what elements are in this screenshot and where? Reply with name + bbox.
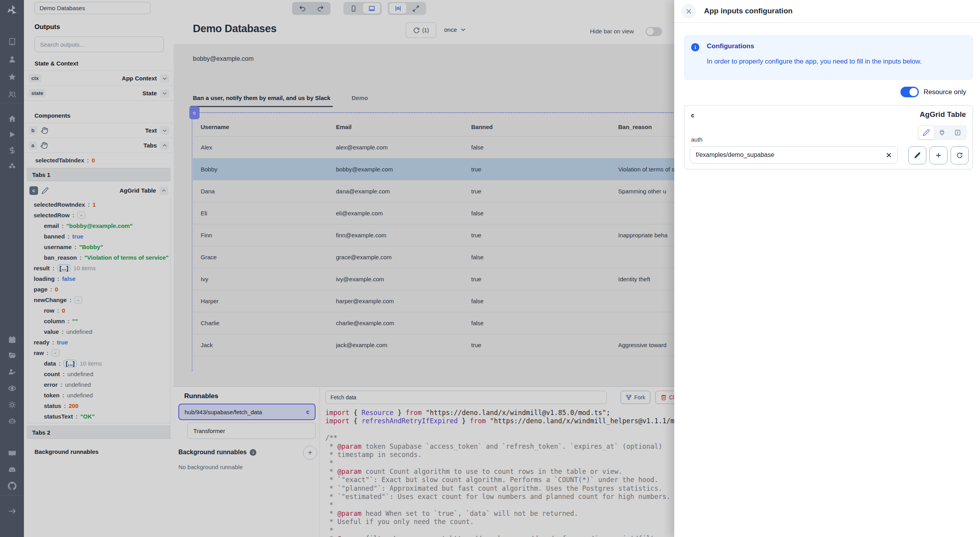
tabs1-section-header[interactable]: Tabs 1 — [27, 168, 171, 181]
workers-icon[interactable] — [8, 368, 16, 376]
robot-icon[interactable] — [8, 416, 16, 425]
column-header[interactable]: Username — [193, 124, 336, 130]
output-property-row[interactable]: selectedRow : - — [28, 210, 170, 220]
app-tabbar: Ban a user, notify them by email, and us… — [191, 91, 370, 107]
prop-value: - — [51, 349, 60, 357]
calendar-icon[interactable] — [8, 335, 16, 344]
refresh-button[interactable]: (1) — [406, 22, 436, 38]
refresh-icon — [413, 27, 420, 34]
output-property-row[interactable]: email : "bobby@example.com" — [28, 220, 170, 231]
component-config-box: c AgGrid Table auth — [684, 105, 973, 169]
chevron-down-icon[interactable] — [160, 89, 169, 98]
smartphone-icon[interactable] — [345, 3, 362, 14]
output-property-row[interactable]: column : "" — [28, 316, 170, 326]
tabs2-section-header[interactable]: Tabs 2 — [27, 426, 171, 439]
resource-only-toggle[interactable] — [900, 87, 919, 97]
user-icon[interactable] — [8, 55, 16, 64]
fork-button[interactable]: Fork — [621, 391, 650, 404]
column-header[interactable]: Email — [336, 124, 471, 130]
configurations-info-box: i Configurations In order to properly co… — [684, 35, 973, 80]
app-title-input[interactable] — [34, 2, 151, 14]
add-background-runnable-button[interactable]: + — [303, 446, 317, 460]
cell-email: harper@example.com — [336, 298, 471, 304]
refresh-mode-select[interactable]: once — [444, 26, 466, 33]
outputs-title: Outputs — [34, 23, 60, 31]
github-icon[interactable] — [8, 482, 16, 490]
output-property-row[interactable]: status : 200 — [28, 400, 170, 411]
app-tab[interactable]: Ban a user, notify them by email, and us… — [191, 91, 333, 107]
users-icon[interactable] — [8, 90, 16, 99]
app-tab[interactable]: Demo — [349, 91, 370, 107]
selected-component-badge[interactable]: c — [189, 106, 200, 119]
output-node-row[interactable]: state State — [24, 86, 174, 101]
output-property-row[interactable]: ready : true — [28, 337, 170, 348]
home-icon[interactable] — [8, 115, 16, 123]
maximize-icon[interactable] — [407, 3, 425, 14]
connect-plug-icon[interactable] — [934, 126, 950, 139]
prop-key: column — [44, 318, 65, 324]
pencil-icon[interactable] — [42, 187, 49, 194]
building-icon[interactable] — [8, 37, 16, 46]
prop-key: row — [44, 307, 54, 314]
static-edit-icon[interactable] — [918, 126, 934, 139]
cell-username: Finn — [193, 232, 336, 238]
align-center-icon[interactable] — [389, 3, 407, 14]
output-property-row[interactable]: data : [...] 10 items — [28, 358, 170, 369]
refresh-resource-button[interactable] — [951, 146, 969, 164]
play-icon[interactable] — [8, 130, 16, 139]
output-property-row[interactable]: page : 0 — [28, 284, 170, 295]
component-node-row[interactable]: a Tabs — [24, 138, 174, 153]
column-header[interactable]: Banned — [471, 124, 618, 130]
info-icon[interactable]: i — [250, 449, 256, 456]
aggrid-component-row[interactable]: c AgGrid Table — [27, 183, 171, 198]
eval-function-icon[interactable] — [950, 126, 965, 139]
output-property-row[interactable]: error : undefined — [28, 379, 170, 390]
output-property-row[interactable]: banned : true — [28, 231, 170, 242]
output-property-row[interactable]: result : [...] 10 items — [28, 263, 170, 273]
chevron-down-icon[interactable] — [160, 74, 169, 83]
star-icon[interactable] — [8, 73, 16, 81]
output-property-row[interactable]: value : undefined — [28, 326, 170, 337]
redo-icon[interactable] — [312, 3, 329, 14]
chevron-toggle-icon[interactable] — [160, 126, 169, 135]
close-icon[interactable] — [681, 4, 696, 18]
book-icon[interactable] — [8, 449, 16, 458]
folder-icon[interactable] — [8, 351, 16, 360]
prop-value: 0 — [62, 307, 65, 314]
arrow-right-icon[interactable] — [8, 507, 16, 515]
output-property-row[interactable]: count : undefined — [28, 369, 170, 379]
resource-path-input[interactable] — [690, 146, 898, 164]
discord-icon[interactable] — [8, 466, 16, 474]
output-property-row[interactable]: raw : - — [28, 348, 170, 358]
trash-icon — [661, 394, 667, 400]
dollar-icon[interactable] — [8, 146, 16, 155]
output-property-row[interactable]: loading : false — [28, 273, 170, 284]
component-id-badge: c — [29, 186, 38, 195]
clear-value-icon[interactable] — [884, 151, 893, 159]
edit-resource-button[interactable] — [908, 146, 926, 164]
prop-value: "Bobby" — [79, 244, 103, 250]
add-resource-button[interactable] — [929, 146, 947, 164]
chevron-toggle-icon[interactable] — [160, 141, 169, 150]
resources-icon[interactable] — [8, 162, 16, 170]
output-property-row[interactable]: token : undefined — [28, 390, 170, 400]
output-property-row[interactable]: newChange : - — [28, 295, 170, 305]
runnable-name-input[interactable] — [325, 391, 607, 404]
eye-icon[interactable] — [8, 384, 16, 393]
gear-icon[interactable] — [8, 400, 16, 409]
output-property-row[interactable]: ban_reason : "Violation of terms of serv… — [28, 252, 170, 263]
output-property-row[interactable]: username : "Bobby" — [28, 242, 170, 252]
output-property-row[interactable]: statusText : "OK" — [28, 411, 170, 422]
runnable-item[interactable]: hub/943/supabase/fetch_data c — [178, 404, 316, 420]
transformer-item[interactable]: Transformer — [187, 422, 316, 439]
undo-icon[interactable] — [294, 3, 311, 14]
output-property-row[interactable]: row : 0 — [28, 305, 170, 316]
output-node-row[interactable]: ctx App Context — [24, 71, 174, 86]
laptop-icon[interactable] — [363, 3, 380, 14]
search-outputs-input[interactable] — [34, 36, 164, 52]
component-node-row[interactable]: b Text — [24, 123, 174, 138]
hide-bar-toggle[interactable] — [646, 27, 662, 36]
output-property-row[interactable]: selectedRowIndex : 1 — [28, 199, 170, 210]
chevron-up-icon[interactable] — [160, 186, 168, 195]
cell-banned: false — [471, 144, 618, 151]
